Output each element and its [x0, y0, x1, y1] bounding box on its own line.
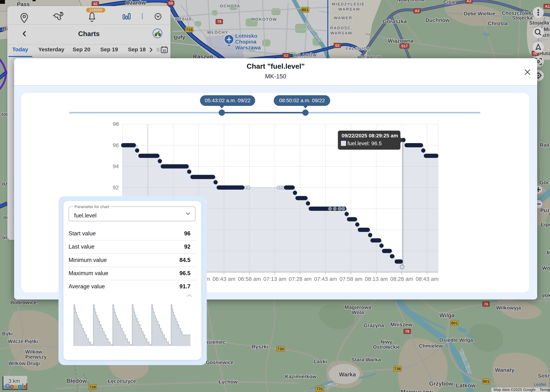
svg-text:92: 92: [113, 184, 119, 190]
svg-text:08:43 am: 08:43 am: [416, 276, 439, 282]
svg-text:07:13 am: 07:13 am: [263, 276, 286, 282]
svg-text:07:28 am: 07:28 am: [289, 276, 312, 282]
svg-text:07:43 am: 07:43 am: [314, 276, 337, 282]
svg-text:07:58 am: 07:58 am: [340, 276, 363, 282]
svg-text:94: 94: [113, 163, 119, 169]
svg-text:98: 98: [113, 121, 119, 127]
svg-text:06:43 am: 06:43 am: [213, 276, 236, 282]
svg-text:08:28 am: 08:28 am: [390, 276, 413, 282]
svg-text:08:13 am: 08:13 am: [365, 276, 388, 282]
svg-text:96: 96: [113, 142, 119, 148]
svg-text:06:58 am: 06:58 am: [238, 276, 261, 282]
